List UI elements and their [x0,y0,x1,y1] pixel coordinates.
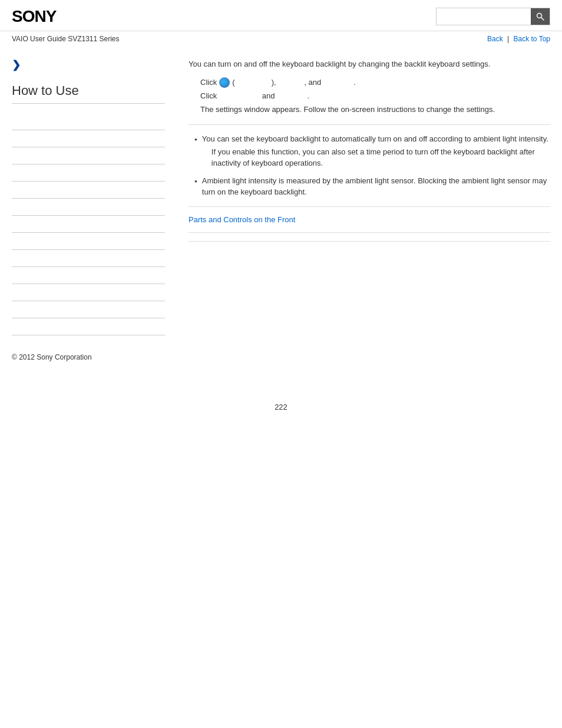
step1-paren-open: ( [232,78,234,87]
sidebar-menu-item[interactable] [12,182,165,199]
step1-blank3 [323,78,351,87]
page-header: SONY [0,0,562,31]
step2-end: . [307,91,309,100]
back-to-top-link[interactable]: Back to Top [514,35,550,43]
search-input[interactable] [437,8,531,25]
step2-click-label: Click [200,91,217,100]
step1-click-label: Click [200,78,217,87]
sidebar-menu-item[interactable] [12,130,165,147]
main-container: ❯ How to Use You can turn on and off the… [0,47,562,335]
sidebar-menu-item[interactable] [12,216,165,233]
sidebar-menu-item[interactable] [12,164,165,182]
parts-section: Parts and Controls on the Front [189,215,550,233]
search-button[interactable] [531,8,550,25]
copyright-text: © 2012 Sony Corporation [12,353,92,361]
parts-controls-link[interactable]: Parts and Controls on the Front [189,215,295,224]
search-box [436,8,550,25]
sidebar-menu-item[interactable] [12,267,165,284]
nav-links: Back | Back to Top [487,35,550,43]
step1-blank2 [279,78,302,87]
bullet-1-sub: If you enable this function, you can als… [211,146,550,169]
page-number: 222 [0,403,562,423]
globe-icon: 🌐 [219,77,230,88]
search-icon [536,12,544,21]
bullet-2-main: Ambient light intensity is measured by t… [202,176,547,197]
divider-1 [189,124,550,125]
divider-3 [189,241,550,242]
sony-logo: SONY [12,7,56,26]
bullet-section: ● You can set the keyboard backlight to … [189,133,550,198]
content-intro: You can turn on and off the keyboard bac… [189,58,550,70]
step1-blank1 [237,78,269,87]
sub-header: VAIO User Guide SVZ1311 Series Back | Ba… [0,31,562,47]
page-footer: © 2012 Sony Corporation [0,335,562,367]
step2-line: Click and . [189,91,550,100]
settings-note: The settings window appears. Follow the … [189,104,550,116]
step1-and: , and [304,78,321,87]
sidebar-menu-item[interactable] [12,113,165,130]
step2-blank2 [277,91,305,100]
sidebar-menu-item[interactable] [12,147,165,164]
step2-blank1 [219,91,260,100]
guide-title: VAIO User Guide SVZ1311 Series [12,35,120,43]
sidebar: ❯ How to Use [12,47,177,335]
sidebar-section-title: How to Use [12,83,165,104]
sidebar-menu [12,113,165,335]
sidebar-chevron-icon: ❯ [12,58,165,71]
back-link[interactable]: Back [487,35,503,43]
sidebar-menu-item[interactable] [12,199,165,216]
step1-end: . [353,78,356,87]
sidebar-menu-item[interactable] [12,301,165,318]
bullet-1-main: You can set the keyboard backlight to au… [202,134,548,143]
sidebar-menu-item[interactable] [12,284,165,301]
svg-line-1 [541,18,544,21]
bullet-item-1: ● You can set the keyboard backlight to … [194,133,550,169]
sidebar-menu-item[interactable] [12,250,165,267]
step1-line: Click 🌐 ( ), , and . [189,77,550,88]
content-area: You can turn on and off the keyboard bac… [177,47,550,335]
step1-paren-close: ), [272,78,276,87]
divider-2 [189,206,550,207]
sidebar-menu-item[interactable] [12,233,165,250]
bullet-item-2: ● Ambient light intensity is measured by… [194,175,550,198]
step2-and: and [262,91,275,100]
nav-separator: | [507,35,509,43]
bullet-dot-2: ● [194,178,197,198]
sidebar-menu-item[interactable] [12,318,165,335]
bullet-dot-1: ● [194,136,197,169]
